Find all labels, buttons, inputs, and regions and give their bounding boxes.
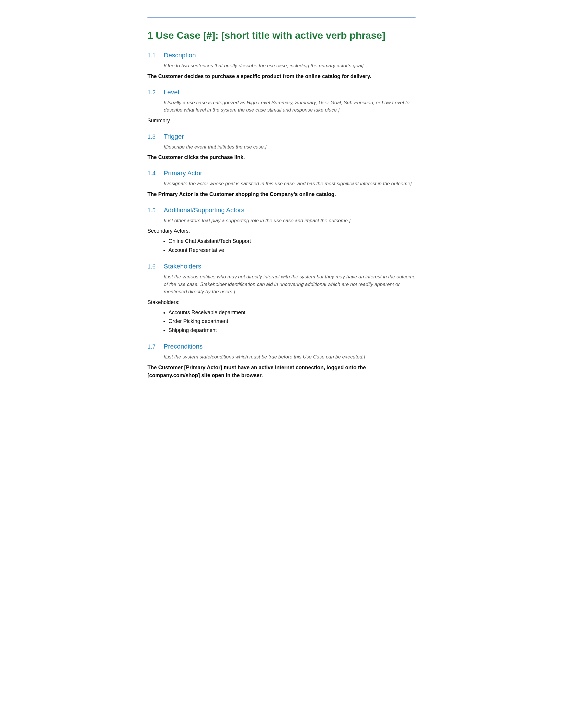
section-title-1-5: Additional/Supporting Actors	[164, 206, 244, 214]
main-title: 1 Use Case [#]: [short title with active…	[147, 30, 416, 41]
body-1-7: The Customer [Primary Actor] must have a…	[147, 364, 416, 379]
instruction-1-7: [List the system state/conditions which …	[164, 353, 416, 361]
section-num-1-1: 1.1	[147, 52, 158, 59]
instruction-1-2: [Usually a use case is categorized as Hi…	[164, 99, 416, 114]
section-heading-1-2: 1.2 Level	[147, 89, 416, 96]
section-1-1: 1.1 Description [One to two sentences th…	[147, 52, 416, 80]
section-title-1-3: Trigger	[164, 133, 184, 140]
section-1-5: 1.5 Additional/Supporting Actors [List o…	[147, 206, 416, 255]
section-num-1-6: 1.6	[147, 263, 158, 270]
section-heading-1-3: 1.3 Trigger	[147, 133, 416, 140]
section-heading-1-1: 1.1 Description	[147, 52, 416, 59]
instruction-1-1: [One to two sentences that briefly descr…	[164, 62, 416, 70]
section-heading-1-7: 1.7 Preconditions	[147, 343, 416, 350]
list-item: Account Representative	[168, 246, 416, 255]
section-title-1-2: Level	[164, 89, 179, 96]
instruction-1-5: [List other actors that play a supportin…	[164, 217, 416, 225]
body-1-3: The Customer clicks the purchase link.	[147, 153, 416, 161]
section-title-1-1: Description	[164, 52, 196, 59]
body-1-4: The Primary Actor is the Customer shoppi…	[147, 190, 416, 198]
section-1-3: 1.3 Trigger [Describe the event that ini…	[147, 133, 416, 162]
section-num-1-4: 1.4	[147, 170, 158, 177]
instruction-1-6: [List the various entities who may not d…	[164, 273, 416, 296]
bullet-list-1-6: Accounts Receivable department Order Pic…	[168, 308, 416, 335]
section-heading-1-5: 1.5 Additional/Supporting Actors	[147, 206, 416, 214]
list-item: Accounts Receivable department	[168, 308, 416, 317]
body-prefix-1-5: Secondary Actors:	[147, 227, 416, 235]
section-num-1-2: 1.2	[147, 89, 158, 96]
instruction-1-3: [Describe the event that initiates the u…	[164, 143, 416, 151]
section-1-7: 1.7 Preconditions [List the system state…	[147, 343, 416, 379]
section-1-6: 1.6 Stakeholders [List the various entit…	[147, 263, 416, 335]
top-border	[147, 17, 416, 18]
instruction-1-4: [Designate the actor whose goal is satis…	[164, 180, 416, 188]
section-num-1-5: 1.5	[147, 207, 158, 214]
section-heading-1-4: 1.4 Primary Actor	[147, 169, 416, 177]
section-num-1-7: 1.7	[147, 343, 158, 350]
bullet-list-1-5: Online Chat Assistant/Tech Support Accou…	[168, 237, 416, 255]
section-heading-1-6: 1.6 Stakeholders	[147, 263, 416, 270]
section-1-2: 1.2 Level [Usually a use case is categor…	[147, 89, 416, 125]
list-item: Order Picking department	[168, 317, 416, 326]
section-title-1-7: Preconditions	[164, 343, 202, 350]
section-title-1-6: Stakeholders	[164, 263, 201, 270]
section-num-1-3: 1.3	[147, 133, 158, 140]
section-title-1-4: Primary Actor	[164, 169, 202, 177]
body-1-1: The Customer decides to purchase a speci…	[147, 73, 416, 80]
list-item: Shipping department	[168, 326, 416, 335]
section-1-4: 1.4 Primary Actor [Designate the actor w…	[147, 169, 416, 198]
body-1-2: Summary	[147, 117, 416, 125]
list-item: Online Chat Assistant/Tech Support	[168, 237, 416, 246]
page-container: 1 Use Case [#]: [short title with active…	[121, 0, 442, 411]
body-prefix-1-6: Stakeholders:	[147, 298, 416, 306]
